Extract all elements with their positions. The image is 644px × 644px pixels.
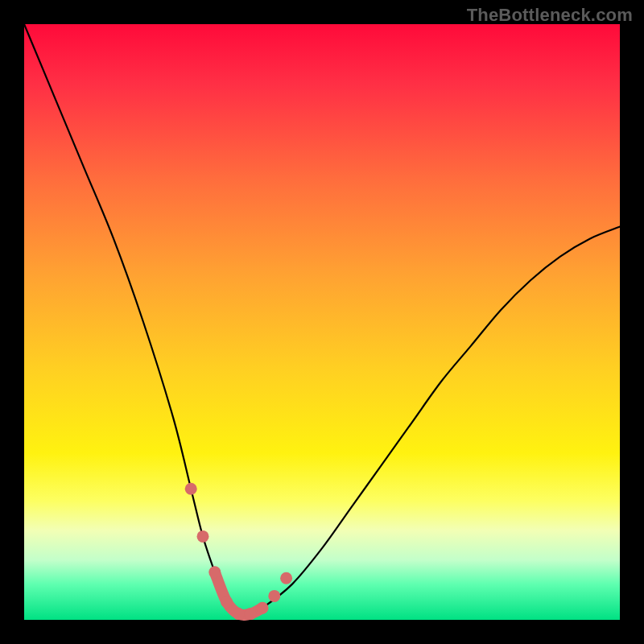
watermark-text: TheBottleneck.com	[467, 5, 633, 26]
curve-marker	[268, 590, 280, 602]
curve-marker	[221, 596, 233, 608]
plot-area	[24, 24, 620, 620]
curve-marker	[280, 572, 292, 584]
curve-markers	[185, 483, 292, 620]
curve-marker	[257, 602, 269, 614]
curve-marker	[233, 608, 245, 620]
curve-marker	[208, 566, 221, 578]
chart-svg	[24, 24, 620, 620]
bottleneck-curve	[24, 24, 620, 615]
curve-marker	[245, 608, 257, 620]
curve-marker	[185, 483, 197, 495]
curve-marker	[197, 530, 209, 543]
outer-frame: TheBottleneck.com	[0, 0, 644, 644]
